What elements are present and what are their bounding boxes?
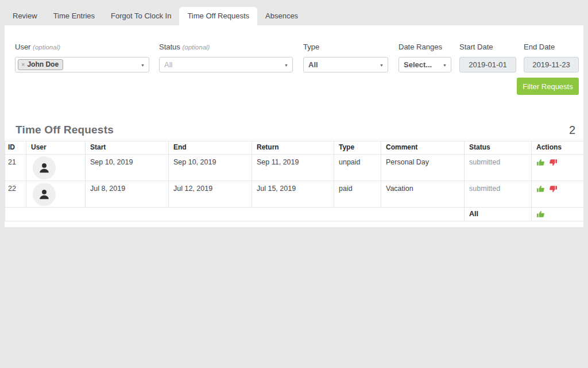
table-footer-row: All xyxy=(5,208,584,221)
footer-actions xyxy=(532,208,584,221)
col-status: Status xyxy=(465,141,532,155)
approve-all-thumb-up-icon[interactable] xyxy=(536,210,545,218)
type-label-text: Type xyxy=(303,43,319,51)
type-select[interactable]: All ▼ xyxy=(303,57,388,72)
end-date-label: End Date xyxy=(524,43,579,52)
cell-actions xyxy=(532,155,584,181)
type-label: Type xyxy=(303,43,388,52)
user-avatar-icon xyxy=(33,183,56,206)
status-select[interactable]: All ▼ xyxy=(159,57,293,72)
chevron-down-icon: ▼ xyxy=(141,63,145,67)
user-select[interactable]: × John Doe ▼ xyxy=(15,57,149,72)
date-ranges-value: Select... xyxy=(399,60,432,69)
results-count: 2 xyxy=(569,124,575,137)
chevron-down-icon: ▼ xyxy=(284,63,288,67)
approve-thumb-up-icon[interactable] xyxy=(536,185,545,193)
status-select-value: All xyxy=(160,60,172,69)
cell-type: paid xyxy=(334,181,381,208)
col-end: End xyxy=(169,141,252,155)
cell-user xyxy=(26,181,86,208)
date-ranges-label-text: Date Ranges xyxy=(399,43,442,51)
time-off-requests-table: ID User Start End Return Type Comment St… xyxy=(5,141,584,221)
footer-all-label: All xyxy=(465,208,532,221)
tab-review[interactable]: Review xyxy=(5,7,45,25)
cell-start: Sep 10, 2019 xyxy=(86,155,169,181)
filter-requests-button[interactable]: Filter Requests xyxy=(517,78,579,95)
col-start: Start xyxy=(86,141,169,155)
section-title: Time Off Requests xyxy=(16,124,114,136)
cell-id: 21 xyxy=(5,155,26,181)
user-avatar-icon xyxy=(33,156,56,179)
cell-status: submitted xyxy=(465,155,532,181)
footer-spacer xyxy=(5,208,465,221)
status-label-text: Status xyxy=(159,43,180,51)
user-optional-text: (optional) xyxy=(33,44,60,51)
section-header: Time Off Requests 2 xyxy=(5,120,583,140)
filter-group-start-date: Start Date 2019-01-01 xyxy=(459,43,516,72)
cell-type: unpaid xyxy=(334,155,381,181)
cell-end: Sep 10, 2019 xyxy=(169,155,252,181)
col-user: User xyxy=(26,141,86,155)
start-date-label-text: Start Date xyxy=(459,43,493,51)
content-panel: User (optional) × John Doe ▼ Status (opt… xyxy=(5,25,583,227)
remove-tag-icon[interactable]: × xyxy=(21,61,25,68)
status-optional-text: (optional) xyxy=(182,44,210,51)
cell-id: 22 xyxy=(5,181,26,208)
tab-time-off-requests[interactable]: Time Off Requests xyxy=(179,7,257,25)
cell-user xyxy=(26,155,86,181)
user-label-text: User xyxy=(15,43,30,51)
cell-actions xyxy=(532,181,584,208)
start-date-label: Start Date xyxy=(459,43,516,52)
col-type: Type xyxy=(334,141,381,155)
filter-group-status: Status (optional) All ▼ xyxy=(159,43,293,72)
table-row: 21 Sep 10, 2019 Sep 10, 2019 Sep 11, 201… xyxy=(5,155,584,181)
status-label: Status (optional) xyxy=(159,43,293,52)
end-date-input[interactable]: 2019-11-23 xyxy=(524,57,579,72)
filter-group-user: User (optional) × John Doe ▼ xyxy=(15,43,149,72)
col-actions: Actions xyxy=(532,141,584,155)
end-date-value: 2019-11-23 xyxy=(532,60,570,69)
type-select-value: All xyxy=(304,60,318,69)
col-comment: Comment xyxy=(381,141,465,155)
start-date-value: 2019-01-01 xyxy=(469,60,507,69)
cell-end: Jul 12, 2019 xyxy=(169,181,252,208)
deny-thumb-down-icon[interactable] xyxy=(549,185,558,193)
cell-comment: Vacation xyxy=(381,181,465,208)
cell-comment: Personal Day xyxy=(381,155,465,181)
end-date-label-text: End Date xyxy=(524,43,555,51)
table-header-row: ID User Start End Return Type Comment St… xyxy=(5,141,584,155)
start-date-input[interactable]: 2019-01-01 xyxy=(459,57,516,72)
tab-absences[interactable]: Absences xyxy=(257,7,306,25)
approve-thumb-up-icon[interactable] xyxy=(536,158,545,167)
deny-thumb-down-icon[interactable] xyxy=(549,158,558,167)
cell-return: Sep 11, 2019 xyxy=(252,155,334,181)
tab-forgot-to-clock-in[interactable]: Forgot To Clock In xyxy=(103,7,179,25)
tab-time-entries[interactable]: Time Entries xyxy=(45,7,103,25)
col-return: Return xyxy=(252,141,334,155)
cell-return: Jul 15, 2019 xyxy=(252,181,334,208)
date-ranges-select[interactable]: Select... ▼ xyxy=(399,57,451,72)
chevron-down-icon: ▼ xyxy=(380,63,384,67)
cell-status: submitted xyxy=(465,181,532,208)
user-label: User (optional) xyxy=(15,43,149,52)
table-row: 22 Jul 8, 2019 Jul 12, 2019 Jul 15, 2019… xyxy=(5,181,584,208)
filter-group-date-ranges: Date Ranges Select... ▼ xyxy=(399,43,451,72)
filter-group-type: Type All ▼ xyxy=(303,43,388,72)
chevron-down-icon: ▼ xyxy=(443,63,447,67)
tab-bar: Review Time Entries Forgot To Clock In T… xyxy=(5,7,306,25)
filter-group-end-date: End Date 2019-11-23 xyxy=(524,43,579,72)
selected-user-tag[interactable]: × John Doe xyxy=(18,59,63,70)
cell-start: Jul 8, 2019 xyxy=(86,181,169,208)
selected-user-name: John Doe xyxy=(27,60,59,68)
date-ranges-label: Date Ranges xyxy=(399,43,451,52)
col-id: ID xyxy=(5,141,26,155)
